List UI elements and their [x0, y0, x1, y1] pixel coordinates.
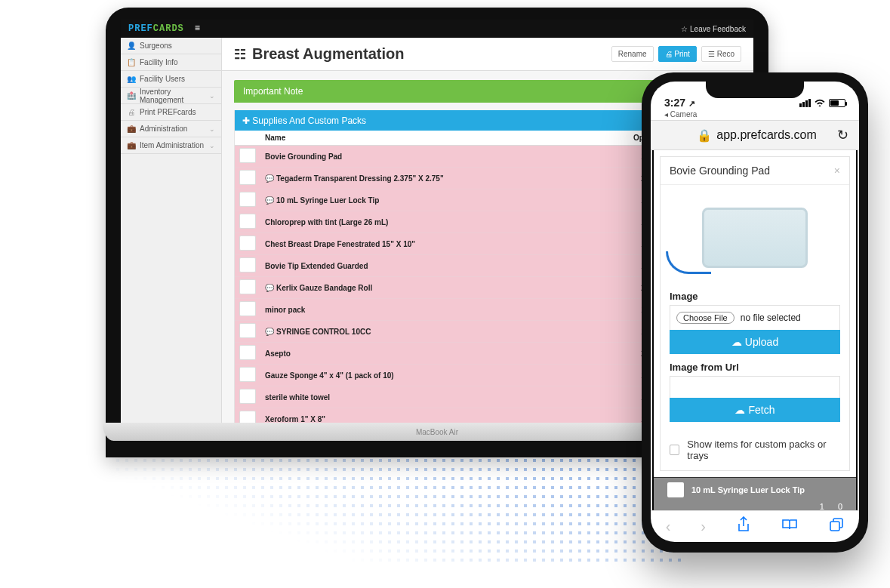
back-to-camera[interactable]: ◂ Camera [651, 110, 859, 120]
tabs-icon[interactable] [829, 517, 844, 536]
safari-toolbar: ‹ › [651, 510, 859, 542]
phone-mockup: 3:27 ↗ ◂ Camera 🔒 app.prefcards.com ↻ [642, 72, 868, 553]
page-title: ☷ Breast Augmentation [234, 45, 405, 63]
comment-icon: 💬 [265, 196, 274, 205]
fetch-label: Fetch [748, 404, 775, 416]
show-items-toggle[interactable]: Show items for custom packs or trays [661, 429, 849, 470]
checkbox-icon[interactable] [670, 445, 679, 455]
item-thumb [239, 301, 256, 316]
signal-icon [799, 99, 811, 107]
close-icon[interactable]: × [834, 165, 840, 177]
location-icon: ↗ [688, 99, 695, 108]
app-topbar: PREFCARDS ≡ Leave Feedback [121, 20, 753, 38]
print-button[interactable]: 🖨 Print [658, 46, 697, 62]
sidebar-icon: 💼 [127, 125, 135, 133]
sidebar-item-1[interactable]: 📋 Facility Info [121, 54, 221, 71]
item-thumb [239, 257, 256, 272]
item-name: 💬Tegaderm Transparent Dressing 2.375" X … [260, 168, 629, 189]
chevron-down-icon: ⌄ [209, 142, 215, 149]
product-image [661, 192, 849, 283]
bg-hold: 0 [838, 502, 842, 510]
reco-button[interactable]: ☰ Reco [701, 46, 741, 62]
share-icon[interactable] [736, 516, 751, 537]
item-thumb [239, 345, 256, 360]
panel-title: Supplies And Custom Packs [252, 115, 366, 126]
bg-row-0: 10 mL Syringe Luer Lock Tip [691, 485, 805, 494]
nav-fwd-icon[interactable]: › [701, 518, 706, 535]
list-icon: ☷ [234, 46, 246, 63]
medkit-icon: ✚ [242, 115, 250, 126]
sidebar-label: Item Administration [140, 141, 204, 149]
item-name: minor pack [260, 299, 629, 321]
image-url-input[interactable] [670, 376, 840, 399]
status-time: 3:27 [664, 97, 685, 109]
item-thumb [239, 170, 256, 185]
svg-rect-0 [830, 522, 839, 531]
image-url-label: Image from Url [670, 362, 840, 373]
item-modal: Bovie Grounding Pad × Image Choose File [660, 156, 850, 471]
sidebar-icon: 👤 [127, 42, 135, 50]
sidebar-label: Print PREFcards [140, 108, 196, 116]
sidebar-item-4[interactable]: 🖨 Print PREFcards [121, 104, 221, 121]
reload-icon[interactable]: ↻ [837, 127, 848, 143]
modal-title: Bovie Grounding Pad [670, 165, 770, 177]
nav-back-icon[interactable]: ‹ [666, 518, 671, 535]
chevron-down-icon: ⌄ [209, 92, 215, 100]
comment-icon: 💬 [265, 284, 274, 292]
comment-icon: 💬 [265, 174, 274, 183]
bookmarks-icon[interactable] [781, 518, 799, 535]
comment-icon: 💬 [265, 328, 274, 336]
item-thumb [239, 323, 256, 338]
file-status: no file selected [741, 312, 801, 323]
sidebar-item-2[interactable]: 👥 Facility Users [121, 71, 221, 88]
file-input[interactable]: Choose File no file selected [670, 305, 840, 331]
fetch-button[interactable]: ☁Fetch [670, 398, 840, 422]
choose-file-button[interactable]: Choose File [676, 312, 734, 324]
page-title-text: Breast Augmentation [252, 45, 405, 63]
lock-icon: 🔒 [697, 128, 712, 143]
item-name: Chest Breast Drape Fenestrated 15" X 10" [260, 233, 629, 255]
image-label: Image [670, 291, 840, 302]
upload-button[interactable]: ☁Upload [670, 330, 840, 354]
address-bar: 🔒 app.prefcards.com ↻ [651, 120, 859, 150]
item-name: Xeroform 1" X 8" [260, 408, 629, 423]
wifi-icon [814, 97, 826, 109]
logo-cards: CARDS [153, 23, 184, 34]
item-name: 💬Kerlix Gauze Bandage Roll [260, 277, 629, 299]
sidebar-icon: 📋 [127, 58, 135, 66]
sidebar-icon: 👥 [127, 75, 135, 83]
phone-page: Bovie Grounding Pad × Image Choose File [652, 150, 858, 510]
sidebar-label: Inventory Management [140, 88, 205, 104]
app-logo: PREFCARDS [128, 23, 184, 34]
rename-button[interactable]: Rename [611, 46, 654, 62]
logo-pref: PREF [128, 23, 153, 34]
item-name: Bovie Tip Extended Guarded [260, 255, 629, 277]
cloud-up-icon: ☁ [731, 336, 742, 348]
item-thumb [239, 279, 256, 294]
sidebar-item-3[interactable]: 🏥 Inventory Management ⌄ [121, 88, 221, 104]
leave-feedback-link[interactable]: Leave Feedback [681, 25, 746, 33]
item-thumb [239, 367, 256, 382]
url-text[interactable]: app.prefcards.com [716, 128, 817, 142]
chevron-down-icon: ⌄ [209, 125, 215, 133]
checkbox-label: Show items for custom packs or trays [687, 439, 840, 461]
sidebar-label: Administration [140, 125, 187, 133]
sidebar-item-0[interactable]: 👤 Surgeons [121, 38, 221, 54]
macbook-label: MacBook Air [416, 428, 458, 436]
sidebar-item-6[interactable]: 💼 Item Administration ⌄ [121, 137, 221, 154]
item-thumb [239, 192, 256, 207]
sidebar-label: Facility Users [140, 75, 185, 83]
hamburger-icon[interactable]: ≡ [195, 23, 200, 34]
cloud-down-icon: ☁ [734, 404, 745, 416]
page-header: ☷ Breast Augmentation Rename 🖨 Print ☰ R… [222, 38, 753, 71]
item-name: Asepto [260, 343, 629, 365]
sidebar-label: Surgeons [140, 42, 172, 50]
sidebar-icon: 💼 [127, 141, 135, 149]
item-thumb [239, 148, 256, 163]
sidebar: 👤 Surgeons 📋 Facility Info 👥 Facility Us… [121, 38, 222, 423]
sidebar-item-5[interactable]: 💼 Administration ⌄ [121, 121, 221, 137]
sidebar-icon: 🏥 [127, 91, 135, 100]
bg-open: 1 [820, 502, 824, 510]
item-thumb [239, 411, 256, 423]
item-name: Chloroprep with tint (Large 26 mL) [260, 211, 629, 233]
